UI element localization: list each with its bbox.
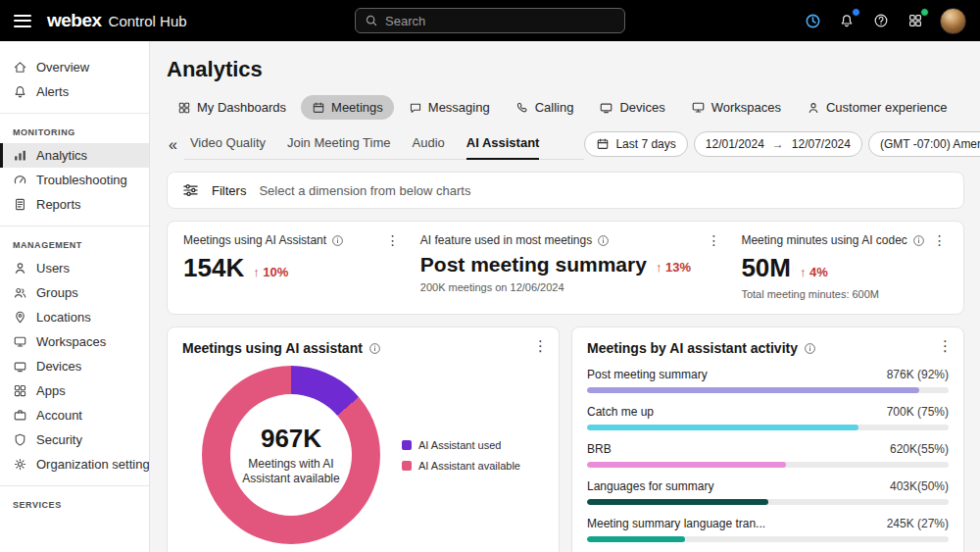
sidebar-item-security[interactable]: Security [0, 427, 149, 452]
device-icon [13, 359, 27, 374]
briefcase-icon [13, 408, 27, 423]
start-date: 12/01/2024 [706, 137, 764, 151]
kebab-menu-icon[interactable]: ⋮ [383, 233, 403, 247]
bar-fill [587, 499, 768, 505]
help-icon[interactable] [871, 11, 891, 30]
info-icon[interactable] [912, 234, 925, 247]
arrow-up-icon: ↑ [656, 260, 662, 275]
date-controls: Last 7 days 12/01/2024 → 12/07/2024 (GMT… [584, 131, 980, 160]
tab-customer-experience[interactable]: Customer experience [796, 95, 958, 120]
tab-devices[interactable]: Devices [588, 95, 675, 120]
sidebar-item-label: Workspaces [36, 334, 106, 349]
subtab-ai-assistant[interactable]: AI Assistant [466, 135, 540, 159]
info-icon[interactable] [331, 234, 344, 247]
info-icon[interactable] [597, 234, 610, 247]
tabs-overflow-chevron-icon[interactable]: » [976, 98, 980, 118]
bar-value: 700K (75%) [887, 405, 949, 419]
donut-legend: AI Assistant used AI Assistant available [402, 439, 520, 472]
clock-glyph [805, 13, 821, 29]
kebab-menu-icon[interactable]: ⋮ [533, 338, 548, 353]
timezone-select[interactable]: (GMT -07:00) America... ▾ [868, 131, 980, 157]
sidebar-item-troubleshooting[interactable]: Troubleshooting [0, 168, 149, 192]
sidebar-item-organization-settings[interactable]: Organization settings [0, 452, 149, 477]
kpi-value: 154K [183, 253, 244, 283]
subtab-video-quality[interactable]: Video Quality [190, 135, 266, 159]
bar-row-catch-me-up: Catch me up 700K (75%) [587, 405, 949, 430]
bar-track [587, 425, 949, 430]
person-icon [807, 101, 820, 115]
home-icon [13, 60, 27, 75]
collapse-chevrons-icon[interactable]: « [167, 136, 184, 160]
subtab-join-meeting-time[interactable]: Join Meeting Time [287, 135, 391, 159]
sidebar-item-reports[interactable]: Reports [0, 192, 149, 217]
sidebar-item-devices[interactable]: Devices [0, 354, 149, 378]
chart-icon [13, 148, 27, 163]
sidebar-item-label: Analytics [36, 148, 87, 163]
whats-new-badge [920, 8, 929, 17]
user-icon [13, 261, 27, 276]
user-avatar[interactable] [940, 8, 966, 34]
kebab-menu-icon[interactable]: ⋮ [704, 233, 723, 247]
sidebar-divider [0, 113, 149, 114]
calendar-icon [596, 137, 610, 151]
date-range-picker[interactable]: 12/01/2024 → 12/07/2024 [694, 131, 862, 157]
kpi-value: 50M [741, 253, 791, 283]
kpi-delta: ↑ 13% [656, 260, 691, 275]
sidebar-item-groups[interactable]: Groups [0, 280, 149, 305]
bar-value: 620K(55%) [890, 442, 949, 456]
topbar-actions [803, 8, 966, 34]
brand-product: Control Hub [109, 13, 187, 29]
info-icon[interactable] [368, 342, 381, 355]
info-icon[interactable] [804, 342, 816, 355]
sidebar-item-label: Users [36, 261, 70, 276]
bar-track [587, 499, 949, 505]
brand-webex: webex [47, 10, 102, 31]
notifications-bell-icon[interactable] [837, 11, 857, 30]
kebab-menu-icon[interactable]: ⋮ [938, 338, 953, 353]
bar-value: 245K (27%) [887, 517, 949, 530]
tab-label: Devices [619, 100, 664, 115]
sidebar-item-apps[interactable]: Apps [0, 378, 149, 403]
sidebar-item-label: Groups [36, 285, 78, 300]
bar-fill [587, 425, 858, 430]
donut-card-title: Meetings using AI assistant [182, 340, 363, 356]
tab-my-dashboards[interactable]: My Dashboards [167, 95, 297, 120]
tab-meetings[interactable]: Meetings [301, 95, 394, 120]
kpi-card: Meetings using AI Assistant ⋮ 154K ↑ 10%… [167, 221, 964, 315]
sidebar-nav: OverviewAlertsMONITORINGAnalyticsTrouble… [0, 41, 150, 552]
bar-label: Meeting summary language tran... [587, 517, 765, 530]
sidebar-item-locations[interactable]: Locations [0, 305, 149, 329]
sidebar-item-alerts[interactable]: Alerts [0, 79, 149, 104]
kebab-menu-icon[interactable]: ⋮ [930, 233, 950, 247]
tab-messaging[interactable]: Messaging [398, 95, 501, 120]
doc-icon [13, 197, 27, 212]
hamburger-menu-button[interactable] [14, 15, 31, 27]
bar-track [587, 387, 949, 393]
kpi-subtext: Total meeting minutes: 600M [741, 288, 930, 300]
donut-chart[interactable]: 967K Meetings with AI Assistant availabl… [202, 366, 380, 544]
subtab-audio[interactable]: Audio [413, 135, 445, 159]
sidebar-item-analytics[interactable]: Analytics [0, 143, 149, 168]
bar-row-post-meeting-summary: Post meeting summary 876K (92%) [587, 368, 949, 393]
sidebar-item-overview[interactable]: Overview [0, 55, 149, 79]
tab-workspaces[interactable]: Workspaces [680, 95, 792, 120]
bar-row-languages-for-summary: Languages for summary 403K(50%) [587, 479, 949, 505]
filters-bar[interactable]: Filters Select a dimension from below ch… [167, 172, 964, 209]
gear-icon [13, 457, 27, 472]
sidebar-item-account[interactable]: Account [0, 403, 149, 427]
sidebar-item-users[interactable]: Users [0, 256, 149, 280]
donut-card-header: Meetings using AI assistant [182, 340, 544, 356]
legend-item-ai-assistant-used: AI Assistant used [402, 439, 520, 451]
activity-bars: Post meeting summary 876K (92%) Catch me… [587, 368, 949, 542]
whats-new-grid-icon[interactable] [906, 11, 925, 30]
search-bar[interactable] [355, 8, 625, 33]
donut-center: 967K Meetings with AI Assistant availabl… [230, 394, 352, 516]
activity-card-title: Meetings by AI assistant activity [587, 340, 798, 356]
recents-clock-icon[interactable] [803, 11, 822, 30]
sidebar-section-monitoring: MONITORING [0, 123, 149, 143]
legend-label: AI Assistant available [418, 460, 520, 472]
tab-calling[interactable]: Calling [505, 95, 585, 120]
search-input[interactable] [385, 14, 615, 28]
sidebar-item-workspaces[interactable]: Workspaces [0, 329, 149, 354]
date-preset-button[interactable]: Last 7 days [584, 131, 687, 157]
